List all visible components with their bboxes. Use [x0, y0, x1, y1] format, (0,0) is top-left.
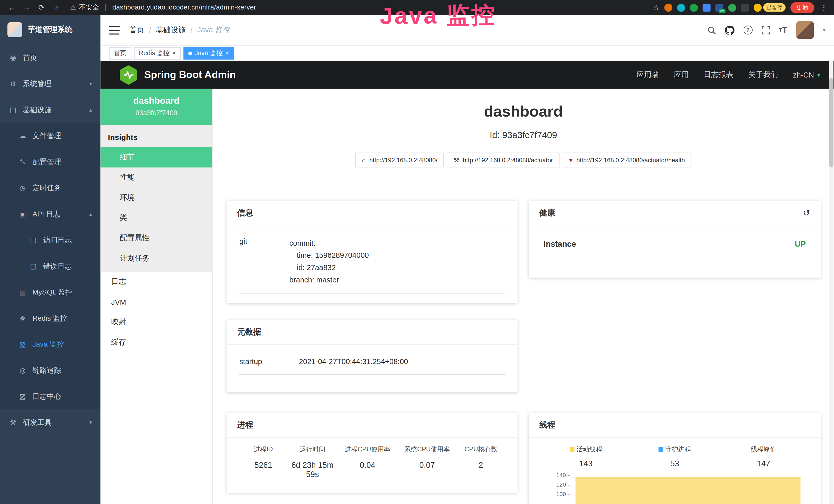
insights-group-label[interactable]: Insights [101, 125, 212, 147]
user-avatar[interactable] [796, 21, 814, 39]
breadcrumb-infra[interactable]: 基础设施 [156, 25, 186, 35]
history-icon[interactable]: ↺ [803, 208, 810, 218]
app-logo[interactable]: 芋道管理系统 [0, 15, 101, 45]
process-table: 进程ID 运行时间 进程CPU使用率 系统CPU使用率 CPU核心数 5261 … [239, 437, 505, 487]
sba-item-scheduled-tasks[interactable]: 计划任务 [101, 248, 212, 269]
database-icon: ▦ [18, 288, 27, 296]
sidebar-item-redis-monitor[interactable]: ❖ Redis 监控 [0, 305, 101, 331]
sba-nav-journal[interactable]: 日志报表 [704, 70, 733, 79]
home-icon[interactable]: ⌂ [50, 3, 63, 12]
large-t: T [782, 25, 787, 35]
sba-nav: 应用墙 应用 日志报表 关于我们 zh-CN ▾ [636, 70, 820, 79]
chrome-update-button[interactable]: 更新 [790, 2, 814, 13]
sidebar-item-api-log[interactable]: ▣ API 日志 ▴ [0, 201, 101, 227]
tab-home[interactable]: 首页 [109, 47, 132, 59]
forward-icon[interactable]: → [20, 3, 33, 12]
extension-icon-2[interactable] [677, 3, 685, 11]
sba-nav-wallboard[interactable]: 应用墙 [636, 70, 659, 79]
row-key: startup [239, 358, 299, 366]
search-icon[interactable] [707, 26, 716, 34]
sidebar-item-label: 日志中心 [32, 392, 61, 401]
reload-icon[interactable]: ⟳ [35, 3, 48, 12]
sidebar-item-label: 系统管理 [23, 79, 52, 89]
git-time: time: 1596289704000 [289, 249, 369, 261]
fullscreen-icon[interactable] [762, 26, 770, 34]
health-link[interactable]: ♥ http://192.168.0.2:48080/actuator/heal… [563, 153, 691, 168]
sba-nav-applications[interactable]: 应用 [674, 70, 688, 79]
locale-select[interactable]: zh-CN ▾ [793, 71, 820, 79]
trace-icon: ◎ [18, 366, 27, 374]
sba-item-caches[interactable]: 缓存 [101, 332, 212, 352]
instance-header[interactable]: dashboard 93a3fc7f7409 [101, 89, 212, 125]
extension-icon-5[interactable] [728, 3, 736, 11]
scrollbar-track[interactable] [829, 60, 833, 504]
sidebar-item-access-log[interactable]: ▢ 访问日志 [0, 227, 101, 253]
paused-extension[interactable]: 已暂停 [753, 3, 786, 12]
sidebar-item-log-center[interactable]: ▨ 日志中心 [0, 383, 101, 409]
sidebar-item-label: 研发工具 [23, 418, 52, 427]
scrollbar-thumb[interactable] [829, 78, 833, 167]
spring-boot-admin-logo[interactable] [120, 65, 137, 85]
extension-icon-4[interactable] [703, 3, 711, 11]
breadcrumb-separator: / [190, 26, 192, 34]
back-icon[interactable]: ← [5, 3, 18, 12]
avatar-caret-icon[interactable]: ▾ [823, 27, 825, 33]
close-icon[interactable]: × [172, 50, 176, 56]
sba-item-config-props[interactable]: 配置属性 [101, 228, 212, 248]
actuator-link[interactable]: ⚒ http://192.168.0.2:48080/actuator [447, 153, 559, 168]
tab-java-monitor[interactable]: Java 监控 × [183, 47, 234, 59]
instance-links: ⌂ http://192.168.0.2:48080/ ⚒ http://192… [213, 153, 834, 168]
extension-icon-3[interactable] [690, 3, 698, 11]
sba-item-mappings[interactable]: 映射 [101, 312, 212, 333]
github-icon[interactable] [725, 25, 734, 35]
breadcrumb: 首页 / 基础设施 / Java 监控 [129, 25, 230, 35]
extension-icon-on[interactable]: on [715, 3, 723, 11]
tab-label: Redis 监控 [139, 48, 170, 58]
threads-area-series [576, 478, 800, 504]
sba-item-jvm[interactable]: JVM [101, 292, 212, 312]
edit-icon: ✎ [18, 158, 27, 166]
collapse-sidebar-icon[interactable] [109, 26, 120, 34]
sidebar-item-mysql-monitor[interactable]: ▦ MySQL 监控 [0, 279, 101, 305]
breadcrumb-home[interactable]: 首页 [129, 25, 144, 35]
security-indicator[interactable]: ⚠ 不安全 [70, 3, 99, 12]
sidebar-item-file-manage[interactable]: ☁ 文件管理 [0, 123, 101, 148]
sba-nav-about[interactable]: 关于我们 [748, 70, 778, 79]
legend-live: 活动线程 [542, 445, 630, 454]
logs-icon: ▨ [18, 392, 27, 400]
sidebar-item-scheduled-jobs[interactable]: ◷ 定时任务 [0, 175, 101, 201]
close-icon[interactable]: × [225, 50, 229, 56]
tab-redis-monitor[interactable]: Redis 监控 × [134, 47, 181, 59]
sidebar-item-tracing[interactable]: ◎ 链路追踪 [0, 358, 101, 383]
sidebar-item-home[interactable]: ◉ 首页 [0, 45, 101, 71]
y-tick: 140 [542, 472, 570, 478]
address-bar[interactable]: dashboard.yudao.iocoder.cn/infra/admin-s… [112, 4, 256, 11]
sidebar-item-label: API 日志 [32, 209, 60, 219]
sidebar-item-label: 访问日志 [43, 235, 72, 245]
extensions-puzzle-icon[interactable] [741, 3, 749, 11]
sba-item-classes[interactable]: 类 [101, 208, 212, 228]
sidebar-item-dev-tools[interactable]: ⚒ 研发工具 ▾ [0, 410, 101, 435]
instance-home-link[interactable]: ⌂ http://192.168.0.2:48080/ [355, 153, 444, 168]
sba-sidebar: dashboard 93a3fc7f7409 Insights 细节 性能 环境… [101, 89, 213, 504]
font-size-icon[interactable]: TT [779, 25, 787, 35]
annotation-java-monitor: Java 监控 [380, 0, 497, 32]
sidebar-item-java-monitor[interactable]: ▧ Java 监控 [0, 331, 101, 357]
sidebar-item-error-log[interactable]: ▢ 错误日志 [0, 253, 101, 279]
bookmark-star-icon[interactable]: ☆ [653, 3, 660, 12]
sidebar-item-config-manage[interactable]: ✎ 配置管理 [0, 149, 101, 175]
extension-icon-1[interactable] [664, 3, 672, 11]
sba-item-logfile[interactable]: 日志 [101, 272, 212, 292]
security-label: 不安全 [79, 3, 99, 12]
threads-card: 线程 活动线程 守护进程 [529, 413, 821, 504]
chrome-menu-icon[interactable]: ⋮ [819, 3, 829, 12]
sba-item-details[interactable]: 细节 [101, 147, 212, 168]
sidebar-item-system[interactable]: ⚙ 系统管理 ▾ [0, 71, 101, 96]
threads-card-header: 线程 [529, 413, 821, 437]
sidebar-item-infra[interactable]: ▤ 基础设施 ▴ [0, 97, 101, 123]
tools-icon: ⚒ [8, 418, 18, 427]
card-title: 健康 [540, 208, 555, 218]
sba-item-environment[interactable]: 环境 [101, 188, 212, 208]
sba-item-metrics[interactable]: 性能 [101, 167, 212, 188]
help-icon[interactable]: ? [743, 25, 752, 35]
